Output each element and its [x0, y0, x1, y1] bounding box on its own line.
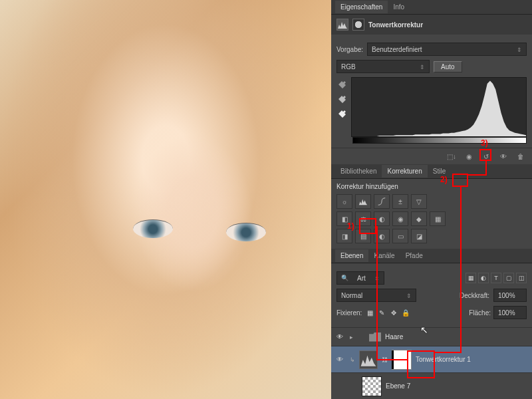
annotation-label-3: 3) — [481, 138, 488, 148]
lock-position-icon[interactable]: ✥ — [388, 307, 399, 318]
triangle-collapsed-icon[interactable] — [350, 333, 353, 340]
properties-tabs: Eigenschaften Info — [331, 0, 532, 15]
folder-icon — [369, 332, 381, 342]
eyedropper-black-icon[interactable] — [336, 80, 347, 90]
exposure-icon[interactable]: ± — [392, 194, 408, 209]
annotation-line — [460, 187, 462, 352]
eyedropper-gray-icon[interactable] — [336, 94, 347, 105]
clip-indicator-icon: ↳ — [350, 356, 355, 363]
color-lookup-icon[interactable]: ▦ — [430, 211, 446, 226]
annotation-line — [435, 352, 462, 353]
levels-adj-icon[interactable] — [355, 194, 371, 209]
channel-value: RGB — [341, 63, 356, 70]
cursor-icon: ↖ — [420, 325, 428, 335]
visibility-icon[interactable]: 👁 — [497, 151, 509, 162]
vibrance-icon[interactable]: ▽ — [411, 194, 427, 209]
auto-button[interactable]: Auto — [434, 61, 462, 72]
chevron-down-icon — [420, 63, 425, 70]
posterize-icon[interactable]: ▤ — [355, 229, 371, 243]
lock-all-icon[interactable]: 🔒 — [400, 307, 411, 318]
annotation-line — [468, 174, 487, 176]
mask-icon[interactable] — [352, 19, 364, 31]
properties-body: Vorgabe: Benutzerdefiniert RGB Auto — [331, 35, 532, 148]
fill-value: 100% — [498, 309, 515, 317]
eyedropper-white-icon[interactable] — [336, 109, 347, 120]
annotation-label-2: 2) — [440, 175, 448, 184]
preset-value: Benutzerdefiniert — [372, 46, 422, 53]
filter-smart-icon[interactable]: ◫ — [516, 273, 527, 283]
tab-adjustments[interactable]: Korrekturen — [382, 165, 427, 178]
layers-body: 🔍 Art ▦ ◐ T ▢ ◫ Normal Deckkraft: — [331, 263, 532, 399]
lock-label: Fixieren: — [336, 309, 362, 317]
adjustment-title: Tonwertkorrektur — [368, 21, 423, 29]
preset-dropdown[interactable]: Benutzerdefiniert — [367, 43, 527, 56]
annotation-line — [485, 161, 487, 174]
photo-filter-icon[interactable]: ◉ — [392, 211, 408, 226]
color-balance-icon[interactable]: ⚖ — [355, 211, 371, 226]
bw-icon[interactable]: ◐ — [374, 211, 390, 226]
layer-adjustment-row[interactable]: ↳ ⛓ Tonwertkorrektur 1 — [331, 346, 532, 372]
clip-to-layer-icon[interactable]: ⬚↓ — [446, 151, 458, 162]
lock-transparency-icon[interactable]: ▦ — [364, 307, 375, 318]
adjustments-tabs: Bibliotheken Korrekturen Stile — [331, 164, 532, 179]
brightness-contrast-icon[interactable] — [336, 194, 352, 209]
lock-pixels-icon[interactable]: ✎ — [376, 307, 387, 318]
preset-label: Vorgabe: — [336, 46, 363, 53]
annotation-line — [376, 226, 378, 359]
channel-dropdown[interactable]: RGB — [336, 60, 430, 73]
tab-info[interactable]: Info — [388, 1, 410, 13]
layer-name[interactable]: Ebene 7 — [386, 382, 410, 390]
adjustments-body: Korrektur hinzufügen ± ▽ ◧ ⚖ ◐ ◉ ◆ ▦ ◨ ▤… — [331, 179, 532, 249]
levels-thumb-icon — [359, 350, 378, 369]
trash-icon[interactable]: 🗑 — [515, 151, 527, 162]
add-adjustment-label: Korrektur hinzufügen — [336, 183, 527, 190]
output-gradient[interactable] — [352, 137, 527, 144]
view-previous-icon[interactable]: ◉ — [463, 151, 475, 162]
document-canvas[interactable] — [0, 0, 331, 399]
tab-layers[interactable]: Ebenen — [335, 249, 368, 262]
opacity-input[interactable]: 100% — [493, 289, 527, 302]
layer-name[interactable]: Haare — [385, 333, 403, 340]
layers-tabs: Ebenen Kanäle Pfade — [331, 249, 532, 263]
layer-group-row[interactable]: Haare — [331, 327, 532, 346]
levels-histogram[interactable] — [351, 77, 527, 137]
layer-name[interactable]: Tonwertkorrektur 1 — [416, 356, 471, 363]
blend-value: Normal — [341, 292, 362, 299]
fill-label: Fläche: — [469, 309, 491, 317]
layer-pixel-row[interactable]: Ebene 7 — [331, 372, 532, 399]
opacity-label: Deckkraft: — [460, 292, 489, 299]
annotation-label-1: 1) — [347, 221, 354, 231]
filter-kind-value: Art — [357, 275, 366, 282]
opacity-value: 100% — [498, 292, 515, 299]
reset-icon[interactable]: ↺ — [480, 151, 492, 162]
invert-icon[interactable]: ◨ — [336, 229, 352, 243]
chevron-down-icon — [517, 46, 522, 53]
filter-type-icon[interactable]: T — [491, 273, 501, 283]
tab-properties[interactable]: Eigenschaften — [335, 1, 388, 13]
annotation-line — [376, 359, 407, 360]
filter-adj-icon[interactable]: ◐ — [478, 273, 489, 283]
selective-color-icon[interactable]: ◪ — [411, 229, 427, 243]
right-panels: Eigenschaften Info Tonwertkorrektur Vorg… — [331, 0, 532, 399]
eye-icon[interactable] — [334, 333, 346, 340]
filter-shape-icon[interactable]: ▢ — [503, 273, 514, 283]
filter-pixel-icon[interactable]: ▦ — [466, 273, 476, 283]
tab-libraries[interactable]: Bibliotheken — [335, 165, 382, 178]
properties-footer: ⬚↓ ◉ ↺ 👁 🗑 — [331, 148, 532, 164]
eye-icon[interactable] — [334, 356, 346, 363]
channel-mixer-icon[interactable]: ◆ — [411, 211, 427, 226]
levels-icon — [336, 19, 348, 31]
properties-header: Tonwertkorrektur — [331, 15, 532, 35]
curves-icon[interactable] — [374, 194, 390, 209]
tab-channels[interactable]: Kanäle — [368, 249, 400, 262]
gradient-map-icon[interactable]: ▭ — [392, 229, 408, 243]
layer-thumb[interactable] — [362, 376, 382, 396]
tab-paths[interactable]: Pfade — [400, 249, 428, 262]
chevron-down-icon — [406, 292, 412, 299]
fill-input[interactable]: 100% — [493, 306, 527, 319]
